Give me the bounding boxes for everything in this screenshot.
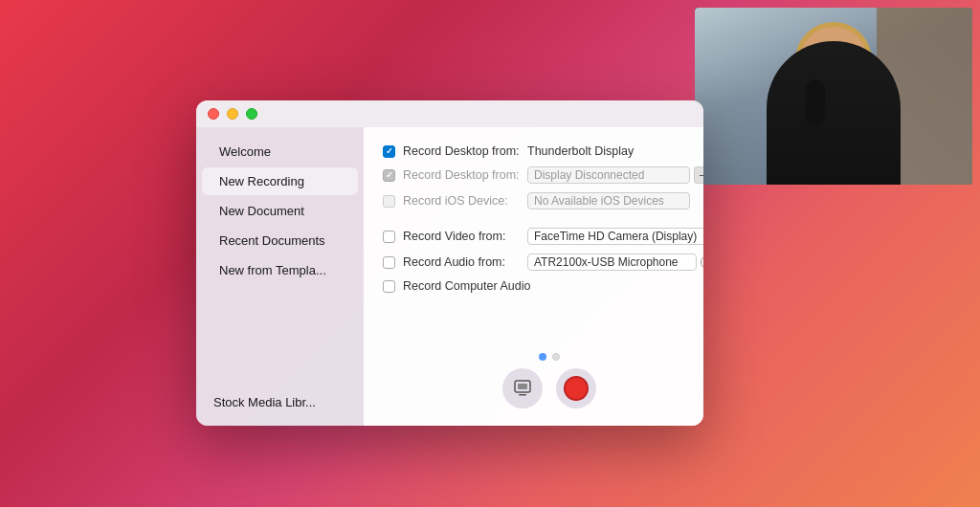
select-wrapper-desktop-2: Display Disconnected − [527,166,703,184]
label-record-computer-audio: Record Computer Audio [403,279,530,293]
webcam-overlay [695,8,972,185]
divider [383,218,703,228]
record-button[interactable] [556,368,596,408]
sidebar-spacer [196,285,364,388]
checkbox-record-desktop-1[interactable] [383,145,395,158]
sidebar-item-welcome[interactable]: Welcome [202,138,358,165]
select-record-ios[interactable]: No Available iOS Devices [527,192,690,209]
bottom-controls [383,345,703,408]
close-button[interactable] [208,108,219,120]
dot-1 [539,353,546,361]
sidebar-item-new-recording[interactable]: New Recording [202,167,358,195]
maximize-button[interactable] [246,108,257,120]
webcam-person [767,41,901,185]
sidebar-item-stock-media[interactable]: Stock Media Libr... [196,388,364,416]
label-record-ios: Record iOS Device: [403,194,527,208]
sidebar-item-recent-documents[interactable]: Recent Documents [202,227,358,254]
svg-rect-2 [519,394,526,396]
main-content: Record Desktop from: Thunderbolt Display… [364,127,703,426]
select-record-video[interactable]: FaceTime HD Camera (Display) [527,228,703,245]
window-content: Welcome New Recording New Document Recen… [196,127,703,426]
sidebar: Welcome New Recording New Document Recen… [196,127,364,426]
record-inner-circle [564,376,589,401]
app-window: Welcome New Recording New Document Recen… [196,100,703,426]
sidebar-item-new-from-template[interactable]: New from Templa... [202,256,358,284]
option-row-record-ios: Record iOS Device: No Available iOS Devi… [383,192,703,209]
checkbox-record-video[interactable] [383,231,395,243]
buttons-row [502,368,596,408]
dots-row [539,353,560,361]
option-row-record-desktop-2: Record Desktop from: Display Disconnecte… [383,166,703,184]
label-record-audio: Record Audio from: [403,255,527,269]
webcam-background [695,8,972,185]
option-row-record-audio: Record Audio from: ATR2100x-USB Micropho… [383,254,703,271]
title-bar [196,100,703,127]
select-record-audio[interactable]: ATR2100x-USB Microphone [527,254,697,271]
checkbox-record-desktop-2[interactable] [383,169,395,182]
dot-2 [552,353,560,361]
checkbox-record-ios[interactable] [383,195,395,208]
webcam-microphone [806,79,825,127]
options-section: Record Desktop from: Thunderbolt Display… [383,144,703,345]
label-record-desktop-2: Record Desktop from: [403,168,527,182]
value-record-desktop-1: Thunderbolt Display [527,144,703,158]
label-record-video: Record Video from: [403,230,527,243]
label-record-desktop-1: Record Desktop from: [403,144,527,158]
minus-button-desktop-2[interactable]: − [694,166,703,184]
import-button[interactable] [502,368,543,408]
sidebar-item-new-document[interactable]: New Document [202,197,358,225]
checkbox-record-audio[interactable] [383,256,395,269]
option-row-record-computer-audio: Record Computer Audio [383,279,703,293]
option-row-record-desktop-1: Record Desktop from: Thunderbolt Display [383,144,703,158]
minimize-button[interactable] [227,108,238,120]
svg-rect-1 [518,384,527,389]
import-icon [513,379,532,398]
select-record-desktop-2[interactable]: Display Disconnected [527,166,690,184]
option-row-record-video: Record Video from: FaceTime HD Camera (D… [383,228,703,245]
info-icon-audio[interactable]: i [701,255,703,269]
select-wrapper-audio: ATR2100x-USB Microphone i [527,254,703,271]
checkbox-record-computer-audio[interactable] [383,280,395,293]
